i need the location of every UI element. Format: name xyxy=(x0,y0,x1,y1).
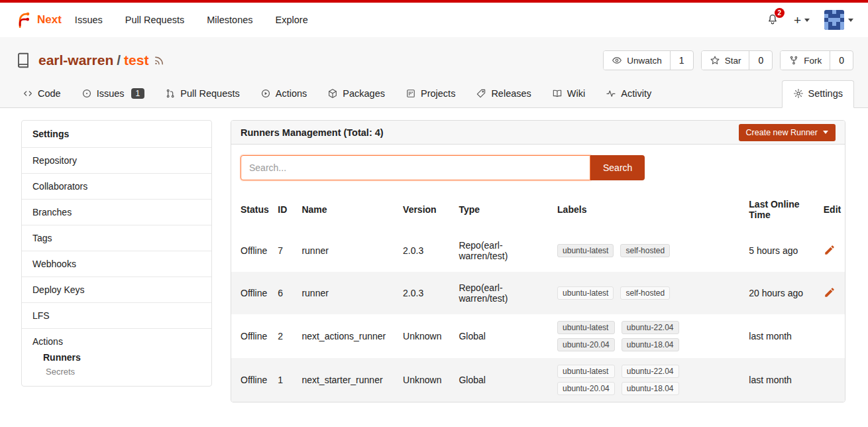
notifications-button[interactable]: 2 xyxy=(766,13,779,28)
nav-link-issues[interactable]: Issues xyxy=(75,15,103,25)
tab-packages[interactable]: Packages xyxy=(326,81,386,107)
sidebar-item-deploy-keys[interactable]: Deploy Keys xyxy=(22,277,211,303)
tab-activity[interactable]: Activity xyxy=(604,81,653,107)
nav-link-milestones[interactable]: Milestones xyxy=(207,15,252,25)
label-chip: self-hosted xyxy=(620,286,670,300)
sidebar-item-collaborators[interactable]: Collaborators xyxy=(22,174,211,200)
runner-name: next_actions_runner xyxy=(296,314,398,358)
runner-last-online: last month xyxy=(743,358,818,402)
repo-title-row: earl-warren / test Unwatch 1 xyxy=(0,48,868,80)
runner-last-online: 5 hours ago xyxy=(743,229,818,272)
runner-id: 7 xyxy=(272,229,296,272)
tab-activity-label: Activity xyxy=(621,88,651,99)
tab-code-label: Code xyxy=(38,88,61,99)
repo-icon xyxy=(15,52,32,69)
sidebar-subitem-runners[interactable]: Runners xyxy=(43,352,201,363)
project-board-icon xyxy=(406,88,416,99)
tag-icon xyxy=(476,88,486,99)
tab-pull-requests-label: Pull Requests xyxy=(180,88,239,99)
label-chip: ubuntu-latest xyxy=(557,365,615,378)
runner-edit-cell xyxy=(818,272,845,314)
fork-button[interactable]: Fork xyxy=(781,51,830,70)
search-row: Search xyxy=(231,145,845,188)
sidebar-actions-label[interactable]: Actions xyxy=(32,336,201,347)
stars-count[interactable]: 0 xyxy=(749,51,772,70)
tab-wiki-label: Wiki xyxy=(567,88,585,99)
edit-runner-button[interactable] xyxy=(824,286,836,300)
runner-version: 2.0.3 xyxy=(398,229,453,272)
rss-icon[interactable] xyxy=(153,54,165,66)
tab-wiki[interactable]: Wiki xyxy=(551,81,586,107)
runner-labels: ubuntu-latest ubuntu-22.04 ubuntu-20.04 … xyxy=(552,358,743,402)
runner-last-online: last month xyxy=(743,314,818,358)
edit-runner-button[interactable] xyxy=(824,244,836,258)
gear-icon xyxy=(793,88,804,99)
label-chip: ubuntu-20.04 xyxy=(557,338,615,351)
chevron-down-icon xyxy=(823,131,828,134)
chevron-down-icon xyxy=(848,19,853,22)
sidebar-item-repository[interactable]: Repository xyxy=(22,148,211,174)
pulse-icon xyxy=(606,88,616,99)
tab-pull-requests[interactable]: Pull Requests xyxy=(164,81,241,107)
runner-id: 6 xyxy=(272,272,296,314)
unwatch-button[interactable]: Unwatch xyxy=(604,51,670,70)
tab-issues[interactable]: Issues 1 xyxy=(80,81,146,107)
settings-sidebar: Settings Repository Collaborators Branch… xyxy=(21,120,212,387)
runner-name: runner xyxy=(296,272,398,314)
sidebar-item-branches[interactable]: Branches xyxy=(22,200,211,225)
label-chip: ubuntu-latest xyxy=(557,286,614,300)
repo-header: earl-warren / test Unwatch 1 xyxy=(0,37,868,108)
search-input[interactable] xyxy=(241,155,590,180)
runner-name: runner xyxy=(296,229,398,272)
runner-version: 2.0.3 xyxy=(398,272,453,314)
runner-edit-cell xyxy=(818,229,845,272)
brand-home-link[interactable]: Next xyxy=(15,11,62,29)
watch-button-group: Unwatch 1 xyxy=(603,50,693,70)
sidebar-item-actions[interactable]: Actions Runners Secrets xyxy=(22,329,211,386)
tab-settings-label: Settings xyxy=(808,88,843,99)
runner-version: Unknown xyxy=(398,358,453,402)
header-status: Status xyxy=(231,188,272,229)
star-button[interactable]: Star xyxy=(702,51,749,70)
runners-panel: Runners Management (Total: 4) Create new… xyxy=(231,120,845,402)
fork-button-group: Fork 0 xyxy=(780,50,853,70)
chevron-down-icon xyxy=(804,19,810,22)
watchers-count[interactable]: 1 xyxy=(670,51,693,70)
runner-labels: ubuntu-latest self-hosted xyxy=(552,272,743,314)
header-type: Type xyxy=(453,188,552,229)
forks-count[interactable]: 0 xyxy=(830,51,853,70)
table-row: Offline 2 next_actions_runner Unknown Gl… xyxy=(231,314,845,358)
sidebar-item-tags[interactable]: Tags xyxy=(22,225,211,251)
create-new-runner-button[interactable]: Create new Runner xyxy=(739,124,836,141)
runner-edit-cell xyxy=(818,314,845,358)
repo-owner-link[interactable]: earl-warren xyxy=(38,52,113,68)
tab-releases[interactable]: Releases xyxy=(474,81,532,107)
page-content: Settings Repository Collaborators Branch… xyxy=(0,108,868,402)
runner-edit-cell xyxy=(818,358,845,402)
create-new-menu-button[interactable]: + xyxy=(794,14,810,27)
sidebar-item-webhooks[interactable]: Webhooks xyxy=(22,251,211,277)
sidebar-subitem-secrets[interactable]: Secrets xyxy=(46,367,201,377)
nav-link-explore[interactable]: Explore xyxy=(276,15,308,25)
play-circle-icon xyxy=(260,88,271,99)
runner-status: Offline xyxy=(231,272,272,314)
user-menu-button[interactable] xyxy=(824,10,853,30)
repo-name-link[interactable]: test xyxy=(124,52,148,68)
header-name: Name xyxy=(296,188,398,229)
tab-packages-label: Packages xyxy=(343,88,385,99)
runner-type: Global xyxy=(453,358,552,402)
tab-actions[interactable]: Actions xyxy=(259,81,309,107)
search-button[interactable]: Search xyxy=(590,155,645,180)
nav-link-pull-requests[interactable]: Pull Requests xyxy=(125,15,184,25)
forgejo-logo-icon xyxy=(15,11,32,29)
tab-code[interactable]: Code xyxy=(21,81,62,107)
issues-count-badge: 1 xyxy=(131,88,145,99)
panel-header: Runners Management (Total: 4) Create new… xyxy=(231,121,845,145)
tab-settings[interactable]: Settings xyxy=(782,80,854,108)
sidebar-item-lfs[interactable]: LFS xyxy=(22,303,211,329)
tab-projects[interactable]: Projects xyxy=(404,81,457,107)
issue-icon xyxy=(81,88,92,99)
label-chip: ubuntu-latest xyxy=(557,321,615,334)
fork-icon xyxy=(788,55,799,66)
header-labels: Labels xyxy=(552,188,743,229)
